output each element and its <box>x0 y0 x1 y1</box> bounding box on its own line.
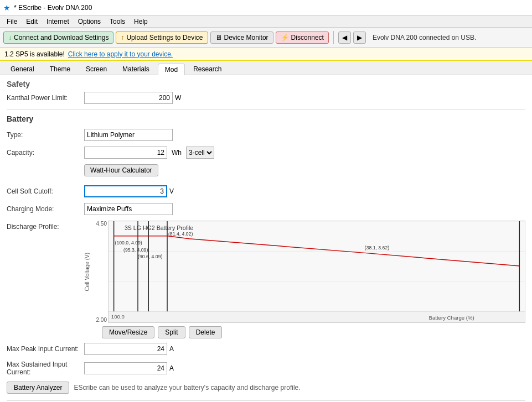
cell-soft-cutoff-unit: V <box>169 187 174 195</box>
disconnect-icon: ⚡ <box>281 34 289 41</box>
menu-bar: File Edit Internet Options Tools Help <box>0 15 532 28</box>
upload-icon: ↑ <box>121 34 124 41</box>
delete-button[interactable]: Delete <box>189 326 223 338</box>
title-text: * EScribe - Evolv DNA 200 <box>14 4 92 12</box>
connect-download-button[interactable]: ↓ Connect and Download Settings <box>3 32 113 44</box>
capacity-group: Wh 1-cell 2-cell 3-cell 4-cell <box>84 147 214 159</box>
device-monitor-button[interactable]: 🖥 Device Monitor <box>210 32 273 44</box>
forward-button[interactable]: ▶ <box>353 32 366 44</box>
discharge-chart-wrapper: Cell Voltage (V) 4.50 2.00 <box>84 221 525 338</box>
battery-analyzer-row: Battery Analyzer EScribe can be used to … <box>7 382 525 394</box>
kanthal-power-unit: W <box>175 94 181 102</box>
update-text: 1.2 SP5 is available! <box>4 50 65 58</box>
menu-internet[interactable]: Internet <box>42 17 74 27</box>
charging-mode-label: Charging Mode: <box>7 205 84 213</box>
tab-screen[interactable]: Screen <box>79 63 114 75</box>
charging-mode-row: Charging Mode: Maximize Puffs Maximize B… <box>7 203 525 215</box>
battery-capacity-label: Capacity: <box>7 149 84 156</box>
menu-edit[interactable]: Edit <box>22 17 42 27</box>
cell-soft-cutoff-label: Cell Soft Cutoff: <box>7 187 84 195</box>
safety-divider <box>7 109 525 110</box>
battery-type-label: Type: <box>7 131 84 139</box>
max-peak-current-label: Max Peak Input Current: <box>7 345 84 353</box>
move-resize-button[interactable]: Move/Resize <box>102 326 154 338</box>
menu-help[interactable]: Help <box>130 17 152 27</box>
svg-text:Battery Charge (%): Battery Charge (%) <box>428 315 474 321</box>
cell-soft-cutoff-input[interactable] <box>84 185 167 197</box>
svg-text:(100.0, 4.09): (100.0, 4.09) <box>115 239 142 245</box>
battery-section-header: Battery <box>7 114 525 123</box>
menu-options[interactable]: Options <box>74 17 105 27</box>
charging-mode-select[interactable]: Maximize Puffs Maximize Battery Life Bal… <box>84 203 173 215</box>
discharge-profile-label: Discharge Profile: <box>7 221 84 231</box>
max-sustained-current-input[interactable] <box>84 362 167 374</box>
max-peak-current-row: Max Peak Input Current: A <box>7 343 525 355</box>
battery-capacity-row: Capacity: Wh 1-cell 2-cell 3-cell 4-cell <box>7 147 525 159</box>
battery-type-row: Type: Lithium Polymer Lithium Ion Lithiu… <box>7 129 525 141</box>
max-peak-current-unit: A <box>169 345 174 353</box>
disconnect-button[interactable]: ⚡ Disconnect <box>276 32 329 44</box>
watt-hour-row: Watt-Hour Calculator <box>7 164 525 181</box>
chart-with-yaxis: Cell Voltage (V) 4.50 2.00 <box>84 221 525 323</box>
tab-materials[interactable]: Materials <box>115 63 157 75</box>
tab-research[interactable]: Research <box>186 63 229 75</box>
battery-analyzer-button[interactable]: Battery Analyzer <box>7 382 69 394</box>
svg-text:(90.6, 4.09): (90.6, 4.09) <box>138 254 162 259</box>
kanthal-power-limit-input[interactable] <box>84 92 173 104</box>
discharge-action-buttons: Move/Resize Split Delete <box>102 326 525 338</box>
max-sustained-current-unit: A <box>169 364 174 372</box>
back-button[interactable]: ◀ <box>338 32 351 44</box>
max-peak-current-input[interactable] <box>84 343 167 355</box>
charging-mode-dropdown[interactable]: Maximize Puffs Maximize Battery Life Bal… <box>84 203 173 215</box>
svg-text:(95.3, 4.09): (95.3, 4.09) <box>123 247 148 253</box>
tab-mod[interactable]: Mod <box>158 64 185 75</box>
svg-text:100.0: 100.0 <box>111 314 125 320</box>
tab-theme[interactable]: Theme <box>43 63 78 75</box>
kanthal-power-limit-row: Kanthal Power Limit: W <box>7 92 525 104</box>
chart-area: 3S LG HG2 Battery Profile <box>108 221 525 323</box>
toolbar-separator-1 <box>333 31 334 44</box>
tab-general[interactable]: General <box>3 63 42 75</box>
monitor-icon: 🖥 <box>215 34 222 41</box>
discharge-chart-svg: 3S LG HG2 Battery Profile <box>109 221 525 322</box>
menu-tools[interactable]: Tools <box>105 17 130 27</box>
svg-text:(38.1, 3.62): (38.1, 3.62) <box>365 245 389 250</box>
y-axis-area: Cell Voltage (V) 4.50 2.00 <box>84 221 107 323</box>
upload-settings-button[interactable]: ↑ Upload Settings to Device <box>116 32 208 44</box>
battery-capacity-input[interactable] <box>84 147 167 159</box>
chart-title-text: 3S LG HG2 Battery Profile <box>125 225 193 231</box>
safety-section-header: Safety <box>7 80 525 88</box>
max-sustained-current-label: Max Sustained Input Current: <box>7 361 84 376</box>
tabs: General Theme Screen Materials Mod Resea… <box>0 61 532 75</box>
split-button[interactable]: Split <box>158 326 185 338</box>
connect-icon: ↓ <box>8 34 12 41</box>
watt-hour-calculator-button[interactable]: Watt-Hour Calculator <box>84 164 158 176</box>
y-tick-min: 2.00 <box>91 317 107 323</box>
battery-analyzer-info: EScribe can be used to analyze your batt… <box>74 384 300 391</box>
battery-divider <box>7 400 525 401</box>
discharge-profile-row: Discharge Profile: Cell Voltage (V) 4.50… <box>7 221 525 338</box>
menu-file[interactable]: File <box>2 17 22 27</box>
main-content: Safety Kanthal Power Limit: W Battery Ty… <box>0 75 532 402</box>
capacity-unit: Wh <box>172 149 182 156</box>
connected-status: Evolv DNA 200 connected on USB. <box>373 34 476 41</box>
update-bar: 1.2 SP5 is available! Click here to appl… <box>0 48 532 61</box>
y-axis-label: Cell Voltage (V) <box>84 253 90 291</box>
update-link[interactable]: Click here to apply it to your device. <box>68 50 173 58</box>
cell-soft-cutoff-row: Cell Soft Cutoff: V <box>7 185 525 197</box>
kanthal-power-limit-label: Kanthal Power Limit: <box>7 94 84 102</box>
svg-text:(81.4, 4.02): (81.4, 4.02) <box>168 231 193 237</box>
cell-count-select[interactable]: 1-cell 2-cell 3-cell 4-cell <box>186 147 214 159</box>
battery-type-select[interactable]: Lithium Polymer Lithium Ion Lithium Iron… <box>84 129 173 141</box>
toolbar: ↓ Connect and Download Settings ↑ Upload… <box>0 28 532 48</box>
y-tick-max: 4.50 <box>91 221 107 227</box>
y-tick-labels: 4.50 2.00 <box>91 221 107 323</box>
battery-type-dropdown[interactable]: Lithium Polymer Lithium Ion Lithium Iron… <box>84 129 173 141</box>
app-icon: ★ <box>3 3 11 12</box>
title-bar: ★ * EScribe - Evolv DNA 200 <box>0 0 532 15</box>
max-sustained-current-row: Max Sustained Input Current: A <box>7 361 525 376</box>
